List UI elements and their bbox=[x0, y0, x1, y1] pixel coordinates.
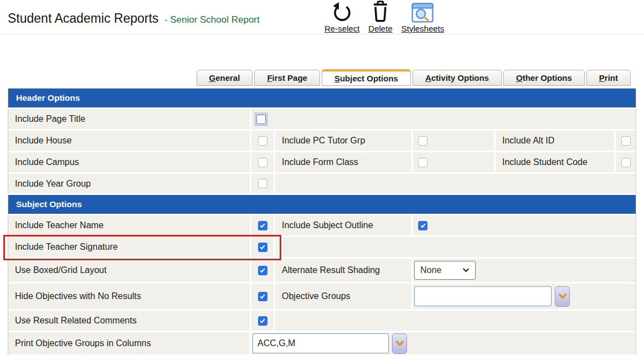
include-subject-outline-checkbox[interactable] bbox=[418, 221, 427, 230]
chevron-down-icon bbox=[395, 341, 404, 346]
include-teacher-signature-checkbox[interactable] bbox=[258, 243, 267, 252]
delete-label: Delete bbox=[368, 24, 392, 33]
undo-icon bbox=[331, 2, 353, 23]
label-include-teacher-signature: Include Teacher Signature bbox=[8, 237, 250, 257]
label-include-form-class: Include Form Class bbox=[275, 152, 411, 172]
cell-include-teacher-name bbox=[251, 215, 274, 235]
label-include-teacher-name: Include Teacher Name bbox=[8, 215, 250, 235]
cell-year-group-spacer bbox=[275, 174, 636, 193]
label-include-pc-tutor-grp: Include PC Tutor Grp bbox=[275, 131, 411, 151]
print-objective-groups-input[interactable] bbox=[253, 333, 389, 353]
window-magnifier-icon bbox=[411, 2, 434, 23]
checkbox-focus-ring bbox=[254, 112, 268, 126]
cell-include-page-title bbox=[251, 109, 636, 129]
include-pc-tutor-grp-checkbox[interactable] bbox=[418, 136, 427, 146]
label-objective-groups: Objective Groups bbox=[275, 284, 411, 309]
label-include-page-title: Include Page Title bbox=[8, 109, 250, 129]
include-page-title-checkbox[interactable] bbox=[256, 115, 266, 124]
cell-include-form-class bbox=[413, 152, 494, 172]
trash-icon bbox=[370, 2, 390, 23]
cell-include-house bbox=[251, 131, 274, 151]
section-subject-options: Subject Options bbox=[8, 195, 636, 214]
cell-include-subject-outline bbox=[413, 215, 636, 235]
alternate-result-shading-value: None bbox=[420, 265, 441, 275]
include-student-code-checkbox[interactable] bbox=[621, 158, 631, 167]
cell-include-teacher-signature bbox=[251, 237, 274, 257]
label-include-campus: Include Campus bbox=[8, 152, 250, 172]
title-wrap: Student Academic Reports - Senior School… bbox=[8, 11, 260, 26]
cell-include-student-code bbox=[616, 152, 636, 172]
label-use-result-related-comments: Use Result Related Comments bbox=[8, 311, 250, 331]
label-alternate-result-shading: Alternate Result Shading bbox=[275, 259, 411, 282]
label-include-year-group: Include Year Group bbox=[8, 174, 250, 193]
cell-include-year-group bbox=[251, 174, 274, 193]
cell-include-alt-id bbox=[616, 131, 636, 151]
tab-other-options[interactable]: Other Options bbox=[503, 70, 585, 86]
cell-alternate-result-shading: None bbox=[413, 259, 636, 282]
page-title: Student Academic Reports bbox=[8, 11, 158, 25]
objective-groups-dropdown-button[interactable] bbox=[555, 286, 570, 307]
stylesheets-label: Stylesheets bbox=[401, 24, 445, 33]
tab-bar: General First Page Subject Options Activ… bbox=[8, 69, 636, 86]
include-teacher-name-checkbox[interactable] bbox=[258, 221, 267, 230]
label-include-house: Include House bbox=[8, 131, 250, 151]
label-include-subject-outline: Include Subject Outline bbox=[275, 215, 411, 235]
label-include-student-code: Include Student Code bbox=[496, 152, 614, 172]
reselect-label: Re-select bbox=[324, 24, 359, 33]
tab-activity-options[interactable]: Activity Options bbox=[413, 70, 502, 86]
label-use-boxed-grid-layout: Use Boxed/Grid Layout bbox=[8, 259, 250, 282]
cell-hide-objectives bbox=[251, 284, 274, 309]
toolbar: Re-select Delete bbox=[324, 2, 444, 33]
cell-print-objective-groups bbox=[251, 332, 636, 354]
tab-first-page[interactable]: First Page bbox=[254, 70, 320, 86]
print-objective-groups-dropdown-button[interactable] bbox=[392, 333, 407, 354]
cell-result-related-comments-spacer bbox=[275, 311, 636, 331]
label-print-objective-groups: Print Objective Groups in Columns bbox=[8, 332, 250, 354]
alternate-result-shading-select[interactable]: None bbox=[414, 261, 476, 280]
cell-use-result-related-comments bbox=[251, 311, 274, 331]
stylesheets-button[interactable]: Stylesheets bbox=[401, 2, 445, 33]
cell-objective-groups bbox=[413, 284, 636, 309]
label-include-alt-id: Include Alt ID bbox=[496, 131, 614, 151]
reselect-button[interactable]: Re-select bbox=[324, 2, 359, 33]
hide-objectives-checkbox[interactable] bbox=[258, 292, 267, 301]
include-house-checkbox[interactable] bbox=[258, 136, 267, 146]
include-campus-checkbox[interactable] bbox=[258, 158, 267, 167]
use-boxed-grid-layout-checkbox[interactable] bbox=[258, 266, 267, 275]
cell-use-boxed-grid-layout bbox=[251, 259, 274, 282]
page-subtitle: - Senior School Report bbox=[164, 14, 260, 25]
delete-button[interactable]: Delete bbox=[368, 2, 392, 33]
cell-teacher-signature-spacer bbox=[275, 237, 636, 257]
tab-general[interactable]: General bbox=[197, 70, 253, 86]
include-year-group-checkbox[interactable] bbox=[258, 179, 267, 188]
cell-include-campus bbox=[251, 152, 274, 172]
chevron-down-icon bbox=[558, 294, 567, 299]
use-result-related-comments-checkbox[interactable] bbox=[258, 316, 267, 326]
tab-subject-options[interactable]: Subject Options bbox=[322, 69, 411, 86]
app-header: Student Academic Reports - Senior School… bbox=[0, 0, 644, 34]
label-hide-objectives: Hide Objectives with No Results bbox=[8, 284, 250, 309]
options-table: Header Options Include Page Title Includ… bbox=[8, 88, 636, 355]
section-header-options: Header Options bbox=[8, 89, 636, 107]
select-chevron-down-icon bbox=[462, 268, 470, 272]
include-alt-id-checkbox[interactable] bbox=[621, 136, 631, 146]
objective-groups-input[interactable] bbox=[414, 286, 552, 306]
cell-include-pc-tutor-grp bbox=[413, 131, 494, 151]
include-form-class-checkbox[interactable] bbox=[418, 158, 427, 167]
tab-print[interactable]: Print bbox=[586, 70, 631, 86]
